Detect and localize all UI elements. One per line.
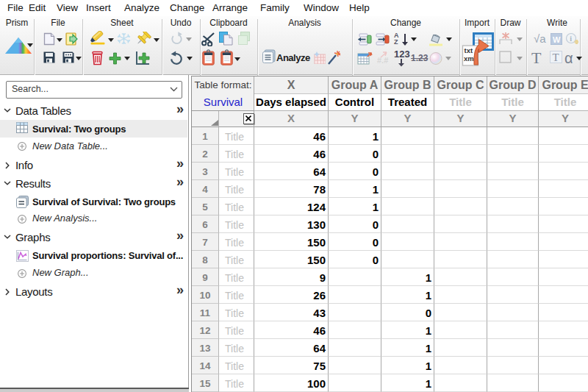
svg-text:T: T — [553, 51, 559, 63]
svg-text:txt: txt — [465, 46, 473, 54]
svg-text:i: i — [570, 35, 572, 43]
svg-text:W: W — [553, 35, 561, 44]
